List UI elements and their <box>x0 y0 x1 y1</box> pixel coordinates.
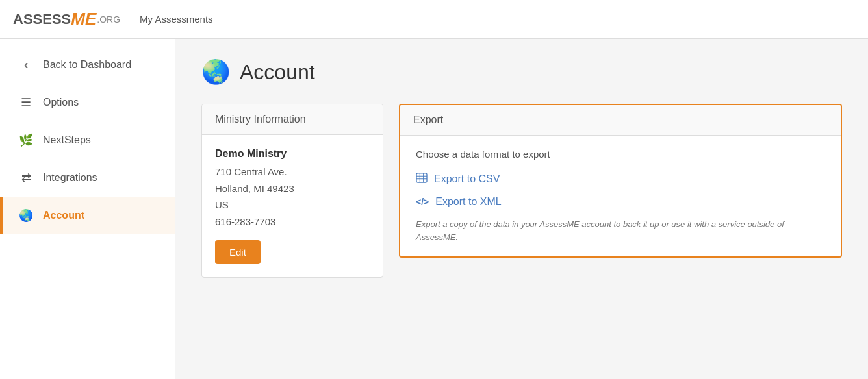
ministry-info-card: Ministry Information Demo Ministry 710 C… <box>201 104 383 278</box>
page-header: 🌏 Account <box>201 58 842 86</box>
logo-assess-text: ASSESS <box>13 11 71 28</box>
svg-rect-0 <box>416 173 427 182</box>
export-card: Export Choose a data format to export <box>399 104 842 258</box>
logo-org-text: .ORG <box>97 14 120 25</box>
page-header-icon: 🌏 <box>201 58 231 86</box>
address-line3: US <box>215 197 370 214</box>
integrations-icon: ⇄ <box>18 171 34 185</box>
my-assessments-link[interactable]: My Assessments <box>140 14 213 25</box>
export-card-header: Export <box>400 105 841 136</box>
sidebar-item-options[interactable]: ☰ Options <box>0 84 175 121</box>
export-csv-link[interactable]: Export to CSV <box>416 173 825 186</box>
export-description: Choose a data format to export <box>416 149 825 160</box>
ministry-card-body: Demo Ministry 710 Central Ave. Holland, … <box>202 135 383 277</box>
logo: ASSESSME.ORG <box>13 9 120 29</box>
address-line1: 710 Central Ave. <box>215 164 370 180</box>
back-arrow-icon: ‹ <box>18 57 34 72</box>
export-xml-link[interactable]: </> Export to XML <box>416 196 825 208</box>
sidebar-item-nextsteps-label: NextSteps <box>43 134 91 146</box>
top-navigation: ASSESSME.ORG My Assessments <box>0 0 868 39</box>
sidebar: ‹ Back to Dashboard ☰ Options 🌿 NextStep… <box>0 39 175 379</box>
page-layout: ‹ Back to Dashboard ☰ Options 🌿 NextStep… <box>0 39 868 379</box>
sidebar-item-account-label: Account <box>43 210 84 221</box>
address-line2: Holland, MI 49423 <box>215 180 370 197</box>
sidebar-item-integrations[interactable]: ⇄ Integrations <box>0 159 175 197</box>
edit-button[interactable]: Edit <box>215 240 261 264</box>
sidebar-item-back-label: Back to Dashboard <box>43 59 131 71</box>
nextsteps-icon: 🌿 <box>18 133 34 147</box>
sidebar-item-options-label: Options <box>43 97 79 108</box>
csv-icon <box>416 173 428 186</box>
main-content: 🌏 Account Ministry Information Demo Mini… <box>175 39 868 379</box>
options-icon: ☰ <box>18 95 34 110</box>
ministry-address: 710 Central Ave. Holland, MI 49423 US 61… <box>215 164 370 230</box>
sidebar-item-account[interactable]: 🌏 Account <box>0 197 175 234</box>
export-card-body: Choose a data format to export Expor <box>400 136 841 256</box>
export-csv-label: Export to CSV <box>434 173 500 185</box>
cards-row: Ministry Information Demo Ministry 710 C… <box>201 104 842 278</box>
xml-icon: </> <box>416 197 429 207</box>
account-icon: 🌏 <box>18 208 34 223</box>
sidebar-item-back-dashboard[interactable]: ‹ Back to Dashboard <box>0 45 175 84</box>
ministry-name: Demo Ministry <box>215 148 370 160</box>
logo-me-text: ME <box>71 9 96 29</box>
export-xml-label: Export to XML <box>435 196 501 208</box>
sidebar-item-integrations-label: Integrations <box>43 172 97 184</box>
export-note: Export a copy of the data in your Assess… <box>416 218 825 243</box>
phone: 616-283-7703 <box>215 214 370 230</box>
ministry-card-header: Ministry Information <box>202 104 383 135</box>
sidebar-item-nextsteps[interactable]: 🌿 NextSteps <box>0 121 175 159</box>
page-title: Account <box>240 60 315 84</box>
